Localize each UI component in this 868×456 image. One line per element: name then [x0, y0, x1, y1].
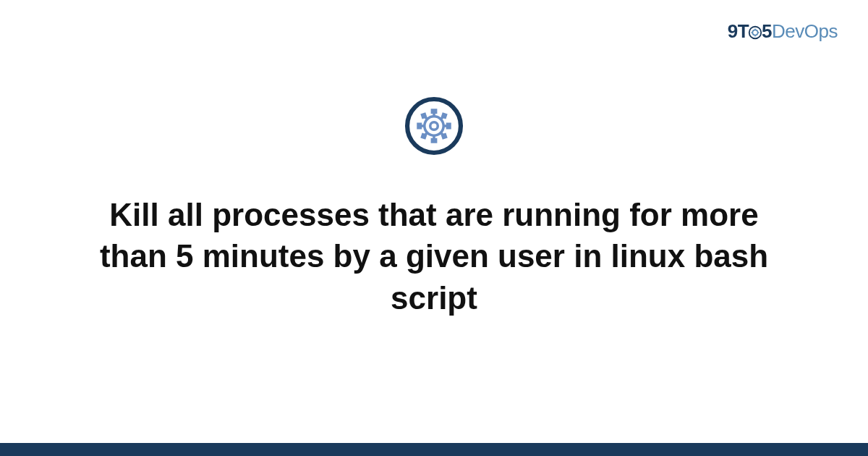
- site-logo: 9T5DevOps: [728, 20, 838, 43]
- logo-text-mid: 5: [762, 20, 772, 42]
- logo-text-suffix: DevOps: [772, 20, 838, 42]
- logo-gear-icon: [747, 23, 763, 39]
- logo-text-prefix: 9T: [728, 20, 749, 42]
- svg-point-3: [430, 122, 438, 130]
- main-content: Kill all processes that are running for …: [0, 0, 868, 456]
- gear-icon: [402, 94, 466, 158]
- page-title: Kill all processes that are running for …: [87, 194, 781, 318]
- footer-bar: [0, 443, 868, 456]
- svg-point-0: [749, 27, 762, 39]
